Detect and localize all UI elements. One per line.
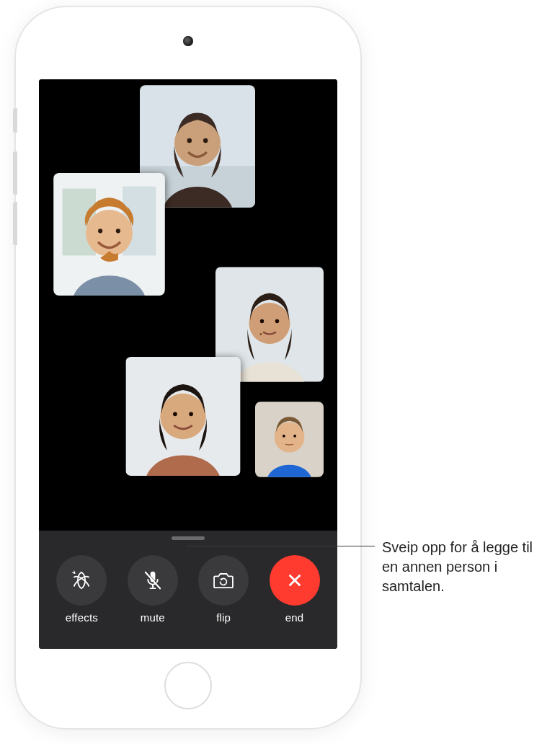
flip-camera-icon bbox=[210, 567, 236, 593]
svg-point-23 bbox=[293, 435, 296, 438]
svg-rect-26 bbox=[152, 585, 154, 588]
video-call-area[interactable] bbox=[39, 79, 337, 530]
svg-point-3 bbox=[187, 138, 192, 143]
svg-point-21 bbox=[275, 422, 305, 453]
mute-button[interactable]: mute bbox=[125, 555, 181, 624]
svg-point-18 bbox=[173, 412, 177, 416]
device-volume-up bbox=[13, 151, 17, 195]
participant-tile[interactable] bbox=[53, 173, 165, 296]
device-side-button bbox=[13, 108, 17, 133]
svg-rect-27 bbox=[149, 588, 156, 589]
participant-tile[interactable] bbox=[125, 357, 241, 476]
screen: effects bbox=[39, 79, 337, 649]
participant-avatar bbox=[125, 357, 241, 476]
svg-point-8 bbox=[86, 210, 133, 257]
participant-avatar bbox=[53, 173, 165, 296]
svg-point-22 bbox=[283, 435, 285, 438]
svg-point-9 bbox=[98, 229, 102, 233]
svg-point-17 bbox=[160, 394, 205, 439]
svg-point-12 bbox=[249, 303, 290, 344]
callout-leader-line bbox=[186, 546, 375, 546]
effects-label: effects bbox=[66, 611, 98, 624]
self-view-tile[interactable] bbox=[255, 402, 324, 477]
svg-point-19 bbox=[189, 412, 193, 416]
flip-camera-button[interactable]: flip bbox=[195, 555, 252, 624]
front-camera bbox=[183, 36, 193, 46]
device-frame: effects bbox=[16, 7, 360, 728]
callout-text: Sveip opp for å legge til en annen perso… bbox=[382, 538, 549, 596]
effects-icon bbox=[68, 567, 94, 593]
close-x-icon bbox=[284, 570, 306, 591]
svg-point-13 bbox=[260, 319, 264, 323]
svg-point-14 bbox=[275, 319, 279, 323]
mute-label: mute bbox=[141, 611, 165, 624]
svg-point-10 bbox=[116, 229, 120, 233]
end-call-button[interactable]: end bbox=[267, 555, 323, 624]
controls-row: effects bbox=[39, 555, 337, 624]
participant-avatar bbox=[255, 402, 324, 477]
flip-label: flip bbox=[216, 611, 231, 624]
svg-point-4 bbox=[203, 138, 208, 143]
call-control-panel[interactable]: effects bbox=[39, 531, 337, 649]
effects-button[interactable]: effects bbox=[53, 555, 110, 624]
home-button[interactable] bbox=[164, 662, 212, 709]
end-label: end bbox=[285, 611, 304, 624]
mute-icon bbox=[140, 567, 166, 593]
device-volume-down bbox=[13, 202, 17, 245]
svg-point-15 bbox=[260, 333, 262, 335]
panel-grabber[interactable] bbox=[172, 536, 205, 540]
